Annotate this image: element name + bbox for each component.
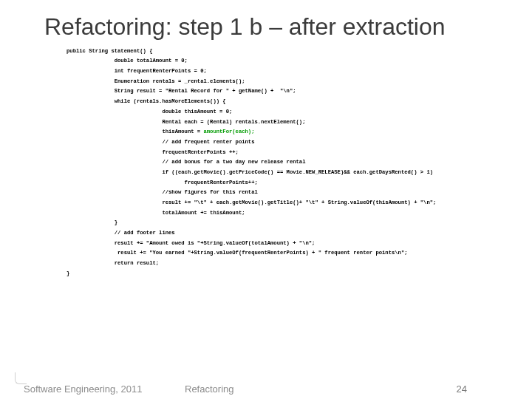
code-line: result += "\t" + each.getMovie().getTitl… [66, 200, 436, 205]
code-highlight: amountFor(each); [203, 129, 254, 134]
code-line: public String statement() { [66, 48, 152, 54]
code-line: thisAmount = [66, 129, 203, 134]
code-line: } [66, 270, 69, 276]
code-line: } [66, 219, 117, 225]
code-line: double thisAmount = 0; [66, 109, 232, 115]
code-line: totalAmount += thisAmount; [66, 210, 245, 216]
code-line: Enumeration rentals = _rental.elements()… [66, 78, 245, 84]
footer-left: Software Engineering, 2011 [24, 383, 142, 395]
code-line: // add footer lines [66, 230, 175, 236]
code-line: frequentRenterPoints++; [66, 180, 258, 185]
code-line: int frequentRenterPoints = 0; [66, 68, 207, 74]
code-line: result += "You earned "+String.valueOf(f… [66, 250, 408, 256]
slide: Refactoring: step 1 b – after extraction… [0, 0, 532, 399]
code-line: String result = "Rental Record for " + g… [66, 88, 296, 94]
page-number: 24 [457, 383, 467, 395]
code-line: double totalAmount = 0; [66, 58, 188, 64]
code-line: //show figures for this rental [66, 189, 258, 195]
code-line: result += "Amount owed is "+String.value… [66, 240, 315, 246]
code-line: Rental each = (Rental) rentals.nextEleme… [66, 119, 306, 125]
footer-center: Refactoring [185, 383, 233, 395]
code-line: // add bonus for a two day new release r… [66, 159, 306, 165]
code-line: frequentRenterPoints ++; [66, 149, 239, 155]
code-line: if ((each.getMovie().getPriceCode() == M… [66, 169, 433, 175]
code-line: while (rentals.hasMoreElements()) { [66, 98, 226, 104]
slide-title: Refactoring: step 1 b – after extraction [44, 13, 510, 41]
code-block: public String statement() { double total… [66, 47, 510, 279]
code-line: return result; [66, 260, 159, 266]
code-line: // add frequent renter points [66, 139, 254, 145]
